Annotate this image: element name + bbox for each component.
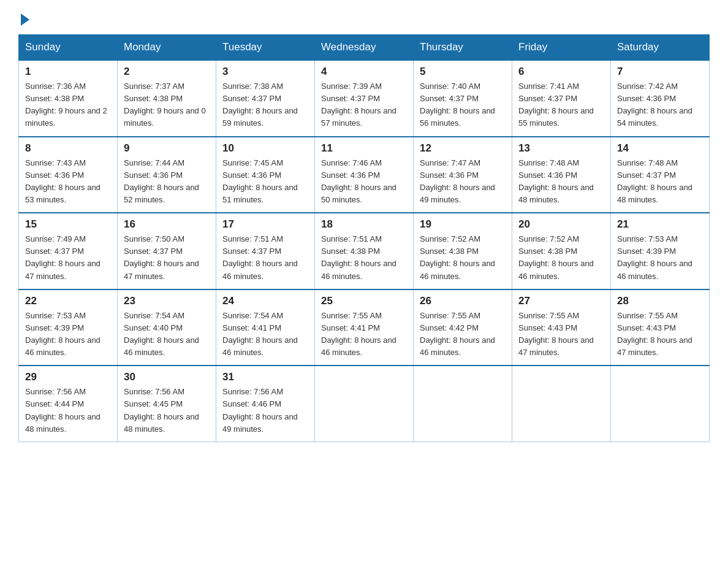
day-info: Sunrise: 7:52 AMSunset: 4:38 PMDaylight:… (518, 234, 594, 280)
page-header (18, 12, 710, 23)
day-number: 12 (420, 142, 506, 155)
calendar-cell (414, 366, 512, 442)
column-header-wednesday: Wednesday (315, 35, 414, 61)
day-info: Sunrise: 7:52 AMSunset: 4:38 PMDaylight:… (420, 234, 495, 280)
day-info: Sunrise: 7:55 AMSunset: 4:42 PMDaylight:… (420, 311, 495, 357)
day-info: Sunrise: 7:42 AMSunset: 4:36 PMDaylight:… (617, 82, 692, 128)
calendar-cell: 24 Sunrise: 7:54 AMSunset: 4:41 PMDaylig… (216, 289, 315, 366)
calendar-cell: 19 Sunrise: 7:52 AMSunset: 4:38 PMDaylig… (414, 213, 512, 289)
day-info: Sunrise: 7:55 AMSunset: 4:43 PMDaylight:… (518, 311, 594, 357)
day-number: 27 (518, 295, 604, 307)
calendar-cell: 16 Sunrise: 7:50 AMSunset: 4:37 PMDaylig… (118, 213, 216, 289)
day-number: 26 (420, 295, 506, 307)
calendar-cell: 22 Sunrise: 7:53 AMSunset: 4:39 PMDaylig… (19, 289, 118, 366)
day-number: 19 (420, 218, 506, 231)
calendar-cell: 28 Sunrise: 7:55 AMSunset: 4:43 PMDaylig… (611, 289, 710, 366)
day-number: 20 (518, 218, 604, 231)
calendar-cell: 2 Sunrise: 7:37 AMSunset: 4:38 PMDayligh… (118, 60, 216, 137)
day-number: 16 (124, 218, 210, 231)
day-info: Sunrise: 7:54 AMSunset: 4:41 PMDaylight:… (222, 311, 298, 357)
day-number: 1 (25, 66, 111, 78)
calendar-cell: 8 Sunrise: 7:43 AMSunset: 4:36 PMDayligh… (19, 137, 118, 213)
day-number: 13 (518, 142, 604, 155)
calendar-cell: 25 Sunrise: 7:55 AMSunset: 4:41 PMDaylig… (315, 289, 414, 366)
day-number: 18 (321, 218, 407, 231)
day-info: Sunrise: 7:53 AMSunset: 4:39 PMDaylight:… (25, 311, 100, 357)
day-number: 28 (617, 295, 703, 307)
day-info: Sunrise: 7:55 AMSunset: 4:43 PMDaylight:… (617, 311, 692, 357)
column-header-sunday: Sunday (19, 35, 118, 61)
calendar-cell: 27 Sunrise: 7:55 AMSunset: 4:43 PMDaylig… (512, 289, 611, 366)
day-info: Sunrise: 7:56 AMSunset: 4:46 PMDaylight:… (222, 387, 298, 433)
day-info: Sunrise: 7:56 AMSunset: 4:44 PMDaylight:… (25, 387, 100, 433)
column-header-saturday: Saturday (611, 35, 710, 61)
day-number: 15 (25, 218, 111, 231)
day-info: Sunrise: 7:48 AMSunset: 4:36 PMDaylight:… (518, 158, 594, 204)
calendar-cell: 10 Sunrise: 7:45 AMSunset: 4:36 PMDaylig… (216, 137, 315, 213)
day-number: 30 (124, 371, 210, 383)
day-info: Sunrise: 7:56 AMSunset: 4:45 PMDaylight:… (124, 387, 199, 433)
day-number: 11 (321, 142, 407, 155)
day-info: Sunrise: 7:38 AMSunset: 4:37 PMDaylight:… (222, 82, 298, 128)
day-number: 6 (518, 66, 604, 78)
day-info: Sunrise: 7:51 AMSunset: 4:38 PMDaylight:… (321, 234, 396, 280)
calendar-cell: 30 Sunrise: 7:56 AMSunset: 4:45 PMDaylig… (118, 366, 216, 442)
calendar-cell: 17 Sunrise: 7:51 AMSunset: 4:37 PMDaylig… (216, 213, 315, 289)
day-number: 10 (222, 142, 308, 155)
day-info: Sunrise: 7:55 AMSunset: 4:41 PMDaylight:… (321, 311, 396, 357)
day-info: Sunrise: 7:44 AMSunset: 4:36 PMDaylight:… (124, 158, 199, 204)
calendar-cell: 11 Sunrise: 7:46 AMSunset: 4:36 PMDaylig… (315, 137, 414, 213)
day-info: Sunrise: 7:43 AMSunset: 4:36 PMDaylight:… (25, 158, 100, 204)
week-row-4: 22 Sunrise: 7:53 AMSunset: 4:39 PMDaylig… (19, 289, 710, 366)
day-info: Sunrise: 7:39 AMSunset: 4:37 PMDaylight:… (321, 82, 396, 128)
week-row-2: 8 Sunrise: 7:43 AMSunset: 4:36 PMDayligh… (19, 137, 710, 213)
week-row-3: 15 Sunrise: 7:49 AMSunset: 4:37 PMDaylig… (19, 213, 710, 289)
column-header-monday: Monday (118, 35, 216, 61)
day-info: Sunrise: 7:45 AMSunset: 4:36 PMDaylight:… (222, 158, 298, 204)
day-number: 2 (124, 66, 210, 78)
column-header-friday: Friday (512, 35, 611, 61)
calendar-cell: 6 Sunrise: 7:41 AMSunset: 4:37 PMDayligh… (512, 60, 611, 137)
week-row-1: 1 Sunrise: 7:36 AMSunset: 4:38 PMDayligh… (19, 60, 710, 137)
day-number: 17 (222, 218, 308, 231)
calendar-cell (611, 366, 710, 442)
day-number: 23 (124, 295, 210, 307)
day-info: Sunrise: 7:49 AMSunset: 4:37 PMDaylight:… (25, 234, 100, 280)
calendar-cell: 21 Sunrise: 7:53 AMSunset: 4:39 PMDaylig… (611, 213, 710, 289)
calendar-cell: 9 Sunrise: 7:44 AMSunset: 4:36 PMDayligh… (118, 137, 216, 213)
day-info: Sunrise: 7:40 AMSunset: 4:37 PMDaylight:… (420, 82, 495, 128)
logo-arrow-icon (21, 13, 29, 26)
logo (18, 12, 29, 23)
day-info: Sunrise: 7:37 AMSunset: 4:38 PMDaylight:… (124, 82, 206, 128)
calendar-cell: 7 Sunrise: 7:42 AMSunset: 4:36 PMDayligh… (611, 60, 710, 137)
calendar-cell: 31 Sunrise: 7:56 AMSunset: 4:46 PMDaylig… (216, 366, 315, 442)
day-info: Sunrise: 7:54 AMSunset: 4:40 PMDaylight:… (124, 311, 199, 357)
day-number: 21 (617, 218, 703, 231)
day-info: Sunrise: 7:51 AMSunset: 4:37 PMDaylight:… (222, 234, 298, 280)
day-info: Sunrise: 7:48 AMSunset: 4:37 PMDaylight:… (617, 158, 692, 204)
day-number: 5 (420, 66, 506, 78)
calendar-cell: 14 Sunrise: 7:48 AMSunset: 4:37 PMDaylig… (611, 137, 710, 213)
day-info: Sunrise: 7:41 AMSunset: 4:37 PMDaylight:… (518, 82, 594, 128)
calendar-header-row: SundayMondayTuesdayWednesdayThursdayFrid… (19, 35, 710, 61)
day-number: 9 (124, 142, 210, 155)
day-number: 29 (25, 371, 111, 383)
calendar-cell: 15 Sunrise: 7:49 AMSunset: 4:37 PMDaylig… (19, 213, 118, 289)
calendar-cell: 4 Sunrise: 7:39 AMSunset: 4:37 PMDayligh… (315, 60, 414, 137)
day-number: 4 (321, 66, 407, 78)
day-info: Sunrise: 7:47 AMSunset: 4:36 PMDaylight:… (420, 158, 495, 204)
day-number: 22 (25, 295, 111, 307)
calendar-cell: 26 Sunrise: 7:55 AMSunset: 4:42 PMDaylig… (414, 289, 512, 366)
calendar-cell (512, 366, 611, 442)
calendar-cell: 20 Sunrise: 7:52 AMSunset: 4:38 PMDaylig… (512, 213, 611, 289)
day-number: 25 (321, 295, 407, 307)
day-info: Sunrise: 7:36 AMSunset: 4:38 PMDaylight:… (25, 82, 107, 128)
calendar-cell: 29 Sunrise: 7:56 AMSunset: 4:44 PMDaylig… (19, 366, 118, 442)
calendar-cell: 13 Sunrise: 7:48 AMSunset: 4:36 PMDaylig… (512, 137, 611, 213)
calendar-cell: 18 Sunrise: 7:51 AMSunset: 4:38 PMDaylig… (315, 213, 414, 289)
day-number: 24 (222, 295, 308, 307)
day-number: 31 (222, 371, 308, 383)
day-number: 3 (222, 66, 308, 78)
day-number: 8 (25, 142, 111, 155)
calendar-cell: 5 Sunrise: 7:40 AMSunset: 4:37 PMDayligh… (414, 60, 512, 137)
